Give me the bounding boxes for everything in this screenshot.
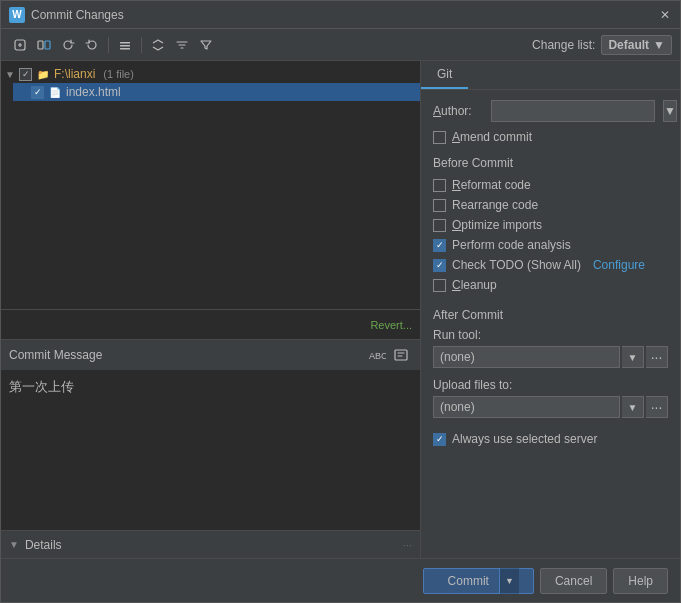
cancel-button[interactable]: Cancel [540, 568, 607, 594]
root-folder-name: F:\lianxi [54, 67, 95, 81]
changelist-area: Change list: Default ▼ [532, 35, 672, 55]
run-tool-label-row: Run tool: [433, 328, 668, 342]
svg-rect-4 [120, 45, 130, 47]
rearrange-label: Rearrange code [452, 198, 538, 212]
upload-select[interactable]: (none) [433, 396, 620, 418]
separator-1 [108, 37, 109, 53]
title-bar: W Commit Changes ✕ [1, 1, 680, 29]
commit-msg-label: Commit Message [9, 348, 102, 362]
file-tree[interactable]: ▼ 📁 F:\lianxi (1 file) 📄 index.html [1, 61, 420, 309]
amend-commit-row: Amend commit [433, 128, 668, 146]
main-content: ▼ 📁 F:\lianxi (1 file) 📄 index.html Reve… [1, 61, 680, 558]
run-tool-select-row: (none) ▼ ··· [433, 346, 668, 368]
author-label: Author: [433, 104, 483, 118]
details-bar[interactable]: ▼ Details ··· [1, 530, 420, 558]
amend-commit-checkbox[interactable] [433, 131, 446, 144]
html-file-icon: 📄 [48, 85, 62, 99]
changelist-arrow-icon: ▼ [653, 38, 665, 52]
file-item-index-html[interactable]: 📄 index.html [13, 83, 420, 101]
refresh-icon[interactable] [57, 34, 79, 56]
commit-message-input[interactable]: 第一次上传 [1, 370, 420, 530]
diff-icon[interactable] [33, 34, 55, 56]
always-use-label: Always use selected server [452, 432, 597, 446]
folder-icon: 📁 [36, 67, 50, 81]
commit-main-button[interactable]: Commit [438, 570, 499, 592]
author-input[interactable] [491, 100, 655, 122]
file-name: index.html [66, 85, 121, 99]
reformat-row: Reformat code [433, 176, 668, 194]
diff-area: Revert... [1, 309, 420, 339]
configure-link[interactable]: Configure [593, 258, 645, 272]
svg-rect-1 [38, 41, 43, 49]
footer: Commit ▼ Cancel Help [1, 558, 680, 602]
svg-rect-2 [45, 41, 50, 49]
file-checkbox[interactable] [31, 86, 44, 99]
changelist-value: Default [608, 38, 649, 52]
upload-dropdown-arrow[interactable]: ▼ [622, 396, 644, 418]
always-use-row: Always use selected server [433, 430, 668, 448]
close-button[interactable]: ✕ [658, 8, 672, 22]
reformat-checkbox[interactable] [433, 179, 446, 192]
right-panel: Git Author: ▼ Amend commit [421, 61, 680, 558]
update-icon[interactable] [9, 34, 31, 56]
settings-icon[interactable] [114, 34, 136, 56]
abc-icon[interactable]: ABC [366, 344, 388, 366]
svg-rect-7 [395, 350, 407, 360]
details-dots: ··· [403, 539, 412, 551]
cleanup-checkbox[interactable] [433, 279, 446, 292]
help-button[interactable]: Help [613, 568, 668, 594]
title-bar-left: W Commit Changes [9, 7, 124, 23]
sort-icon[interactable] [171, 34, 193, 56]
reformat-label: Reformat code [452, 178, 531, 192]
app-icon: W [9, 7, 25, 23]
svg-rect-5 [120, 48, 130, 50]
rearrange-checkbox[interactable] [433, 199, 446, 212]
window-title: Commit Changes [31, 8, 124, 22]
expand-icon[interactable] [147, 34, 169, 56]
left-panel: ▼ 📁 F:\lianxi (1 file) 📄 index.html Reve… [1, 61, 421, 558]
toolbar: Change list: Default ▼ [1, 29, 680, 61]
author-dropdown[interactable]: ▼ [663, 100, 677, 122]
changelist-label: Change list: [532, 38, 595, 52]
after-commit-title: After Commit [433, 308, 668, 322]
run-tool-label: Run tool: [433, 328, 481, 342]
optimize-checkbox[interactable] [433, 219, 446, 232]
author-row: Author: ▼ [433, 100, 668, 122]
tree-root-arrow: ▼ [5, 69, 15, 80]
analyze-label: Perform code analysis [452, 238, 571, 252]
right-content: Author: ▼ Amend commit Before Commit [421, 90, 680, 458]
upload-select-row: (none) ▼ ··· [433, 396, 668, 418]
commit-msg-tools: ABC [366, 344, 412, 366]
root-checkbox[interactable] [19, 68, 32, 81]
upload-label-row: Upload files to: [433, 378, 668, 392]
optimize-row: Optimize imports [433, 216, 668, 234]
always-use-checkbox[interactable] [433, 433, 446, 446]
commit-message-section: Commit Message ABC 第一次上传 [1, 339, 420, 530]
tree-root-item[interactable]: ▼ 📁 F:\lianxi (1 file) [1, 65, 420, 83]
svg-rect-3 [120, 42, 130, 44]
cleanup-row: Cleanup [433, 276, 668, 294]
author-label-text: uthor: [441, 104, 472, 118]
template-icon[interactable] [390, 344, 412, 366]
upload-label: Upload files to: [433, 378, 512, 392]
tabs: Git [421, 61, 680, 90]
rearrange-row: Rearrange code [433, 196, 668, 214]
rollback-icon[interactable] [81, 34, 103, 56]
details-arrow-icon: ▼ [9, 539, 19, 550]
run-tool-more-btn[interactable]: ··· [646, 346, 668, 368]
analyze-row: Perform code analysis [433, 236, 668, 254]
optimize-label: Optimize imports [452, 218, 542, 232]
commit-dropdown-arrow[interactable]: ▼ [499, 568, 519, 594]
run-tool-select[interactable]: (none) [433, 346, 620, 368]
commit-msg-header: Commit Message ABC [1, 340, 420, 370]
run-tool-dropdown-arrow[interactable]: ▼ [622, 346, 644, 368]
changelist-dropdown[interactable]: Default ▼ [601, 35, 672, 55]
cleanup-label: Cleanup [452, 278, 497, 292]
filter-icon[interactable] [195, 34, 217, 56]
tab-git[interactable]: Git [421, 61, 468, 89]
separator-2 [141, 37, 142, 53]
revert-link[interactable]: Revert... [370, 319, 412, 331]
upload-more-btn[interactable]: ··· [646, 396, 668, 418]
todo-checkbox[interactable] [433, 259, 446, 272]
analyze-checkbox[interactable] [433, 239, 446, 252]
